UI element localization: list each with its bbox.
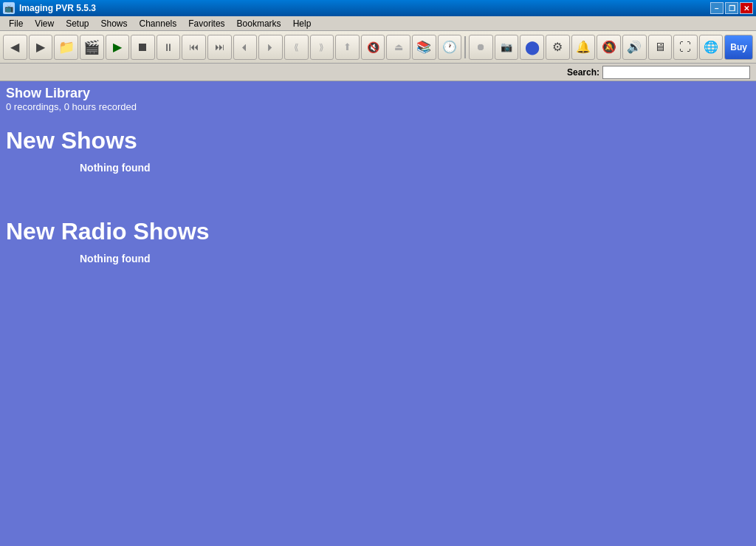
minimize-button[interactable]: − — [710, 2, 724, 14]
stop-button[interactable]: ⏹ — [131, 35, 155, 60]
title-bar: 📺 Imaging PVR 5.5.3 − ❐ ✕ — [0, 0, 756, 16]
new-shows-title: New Shows — [6, 127, 750, 154]
app-icon: 📺 — [3, 2, 15, 14]
menu-channels[interactable]: Channels — [134, 17, 183, 30]
speaker-button[interactable]: 🔊 — [622, 35, 647, 60]
search-bar: Search: — [0, 64, 756, 81]
title-bar-text: Imaging PVR 5.5.3 — [19, 3, 96, 13]
alert-button[interactable]: 🔕 — [597, 35, 621, 60]
settings-button[interactable]: ⚙ — [546, 35, 570, 60]
circle-button[interactable]: ⬤ — [520, 35, 544, 60]
menu-setup[interactable]: Setup — [60, 17, 94, 30]
new-radio-shows-section: New Radio Shows Nothing found — [6, 218, 750, 265]
record-button[interactable]: 🎬 — [80, 35, 104, 60]
menu-view[interactable]: View — [29, 17, 60, 30]
search-input[interactable] — [602, 66, 750, 79]
title-bar-left: 📺 Imaging PVR 5.5.3 — [3, 2, 96, 14]
new-radio-shows-title: New Radio Shows — [6, 218, 750, 245]
menu-bookmarks[interactable]: Bookmarks — [231, 17, 287, 30]
skip-fwd-button[interactable]: ⟫ — [310, 35, 334, 60]
skip-back-button[interactable]: ⟪ — [284, 35, 309, 60]
next-button[interactable]: ⏵ — [258, 35, 283, 60]
ff-button[interactable]: ⏭ — [207, 35, 232, 60]
rew-button[interactable]: ⏮ — [182, 35, 206, 60]
screenshot-button[interactable]: 📷 — [495, 35, 519, 60]
title-bar-buttons: − ❐ ✕ — [710, 2, 753, 14]
toolbar: ◀ ▶ 📁 🎬 ▶ ⏹ ⏸ ⏮ ⏭ ⏴ ⏵ ⟪ ⟫ ⬆ 🔇 ⏏ 📚 🕐 ⏺ 📷 … — [0, 31, 756, 64]
new-shows-section: New Shows Nothing found — [6, 127, 750, 174]
expand-button[interactable]: ⛶ — [673, 35, 698, 60]
main-content: New Shows Nothing found New Radio Shows … — [0, 114, 756, 540]
restore-button[interactable]: ❐ — [725, 2, 738, 14]
info-bar: Show Library 0 recordings, 0 hours recor… — [0, 81, 756, 114]
eject-button[interactable]: ⬆ — [335, 35, 360, 60]
menu-favorites[interactable]: Favorites — [182, 17, 230, 30]
clock-button[interactable]: 🕐 — [438, 35, 462, 60]
prev-button[interactable]: ⏴ — [233, 35, 258, 60]
play-button[interactable]: ▶ — [106, 35, 130, 60]
recordings-info: 0 recordings, 0 hours recorded — [6, 101, 750, 112]
bell-button[interactable]: 🔔 — [571, 35, 596, 60]
menu-bar: File View Setup Shows Channels Favorites… — [0, 16, 756, 31]
menu-shows[interactable]: Shows — [95, 17, 134, 30]
toolbar-separator — [464, 36, 466, 58]
monitor-button[interactable]: 🖥 — [648, 35, 673, 60]
search-label: Search: — [567, 67, 599, 78]
mute-button[interactable]: 🔇 — [361, 35, 385, 60]
folder-button[interactable]: 📁 — [54, 35, 78, 60]
back-button[interactable]: ◀ — [3, 35, 27, 60]
library-button[interactable]: 📚 — [412, 35, 436, 60]
new-radio-shows-empty: Nothing found — [80, 253, 750, 265]
globe-button[interactable]: 🌐 — [699, 35, 724, 60]
forward-button[interactable]: ▶ — [29, 35, 53, 60]
show-library-title: Show Library — [6, 86, 750, 101]
new-shows-empty: Nothing found — [80, 162, 750, 174]
close-button[interactable]: ✕ — [740, 2, 753, 14]
menu-file[interactable]: File — [3, 17, 29, 30]
pause-button[interactable]: ⏸ — [157, 35, 181, 60]
upload-button[interactable]: ⏏ — [386, 35, 410, 60]
menu-help[interactable]: Help — [287, 17, 317, 30]
buy-button[interactable]: Buy — [724, 35, 752, 60]
rec2-button[interactable]: ⏺ — [469, 35, 493, 60]
